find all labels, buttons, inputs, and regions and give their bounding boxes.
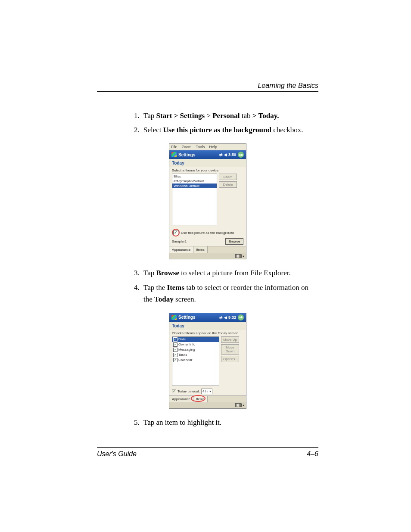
items-listbox[interactable]: ✓Date ✓Owner Info ✓Messaging ✓Tasks ✓Cal… [172,336,219,386]
section-title: Learning the Basics [97,82,318,90]
theme-listbox[interactable]: Bliss iPAQCAlphaPortrait Windows Default [172,174,217,225]
page-subhead: Today [169,322,246,330]
status-icons: ⇄ ◀ 9:32 [219,315,236,320]
step-1: 1. Tap Start > Settings > Personal tab >… [134,110,318,121]
list-item[interactable]: ✓Tasks [172,352,219,358]
step-text: Tap Start > Settings > Personal tab > To… [143,112,279,120]
status-icons: ⇄ ◀ 3:50 [219,152,236,157]
keyboard-icon[interactable] [235,254,242,258]
theme-item-selected[interactable]: Windows Default [172,184,217,188]
page-header: Learning the Basics [97,82,318,92]
list-item[interactable]: ✓Messaging [172,347,219,352]
menu-tools[interactable]: Tools [196,145,205,149]
title-text: Settings [178,315,195,320]
item-checkbox[interactable]: ✓ [173,358,177,362]
screenshot-appearance-tab: File Zoom Tools Help Settings ⇄ ◀ 3:50 o… [169,143,246,259]
timeout-label: Today timeout: [177,389,200,393]
list-item[interactable]: ✓Calendar [172,358,219,363]
instruction-list: 3. Tap Browse to select a picture from F… [97,267,318,305]
connectivity-icon: ⇄ [219,315,223,320]
volume-icon: ◀ [224,152,227,157]
tab-items[interactable]: Items [193,396,208,402]
clock-text: 9:32 [228,315,236,320]
page-footer: User's Guide 4–6 [97,447,318,458]
list-item-selected[interactable]: ✓Date [172,337,219,342]
instruction-text: Checked items appear on the Today screen… [172,331,243,335]
tab-items[interactable]: Items [193,246,208,253]
beam-button[interactable]: Beam [219,174,237,180]
ok-button[interactable]: ok [238,314,244,320]
footer-left: User's Guide [97,450,137,458]
step-4: 4. Tap the Items tab to select or reorde… [134,282,318,305]
title-text: Settings [178,152,195,157]
step-text: Tap Browse to select a picture from File… [143,269,291,277]
screenshot-items-tab: Settings ⇄ ◀ 9:32 ok Today Checked items… [169,313,246,409]
item-checkbox[interactable]: ✓ [173,337,177,342]
clock-text: 3:50 [228,152,236,157]
step-number: 4. [134,282,140,293]
step-number: 1. [134,110,140,121]
ok-button[interactable]: ok [238,152,244,158]
timeout-checkbox[interactable]: ✓ [172,389,176,393]
step-number: 2. [134,124,140,136]
step-number: 5. [134,417,140,428]
move-up-button[interactable]: Move Up [221,336,239,343]
theme-item[interactable]: Bliss [172,174,217,179]
step-3: 3. Tap Browse to select a picture from F… [134,267,318,279]
menubar: File Zoom Tools Help [169,144,246,150]
page-subhead: Today [169,159,246,167]
item-checkbox[interactable]: ✓ [173,348,177,352]
highlight-circle: ✓ [172,229,180,236]
delete-button[interactable]: Delete [219,181,237,188]
options-button[interactable]: Options... [221,356,239,362]
instruction-list: 1. Tap Start > Settings > Personal tab >… [97,110,318,136]
menu-zoom[interactable]: Zoom [182,145,192,149]
instruction-list: 5. Tap an item to highlight it. [97,417,318,428]
step-number: 3. [134,267,140,279]
footer-right: 4–6 [307,450,318,458]
list-item[interactable]: ✓Owner Info [172,342,219,347]
menu-help[interactable]: Help [209,145,218,149]
tab-appearance[interactable]: Appearance [169,396,193,402]
start-flag-icon[interactable] [171,315,177,320]
tab-bar: Appearance Items [169,246,246,253]
volume-icon: ◀ [224,315,227,320]
titlebar: Settings ⇄ ◀ 9:32 ok [169,313,246,322]
timeout-select[interactable]: 4 hr ▾ [201,389,212,394]
sip-arrow-icon[interactable]: ▴ [243,403,244,407]
tab-appearance[interactable]: Appearance [169,246,193,253]
connectivity-icon: ⇄ [219,152,223,157]
step-2: 2. Select Use this picture as the backgr… [134,124,318,136]
item-checkbox[interactable]: ✓ [173,353,177,357]
titlebar: Settings ⇄ ◀ 3:50 ok [169,150,246,159]
start-flag-icon[interactable] [171,152,177,157]
move-down-button[interactable]: Move Down [221,344,239,355]
browse-button[interactable]: Browse [225,238,243,245]
tab-bar: Appearance Items [169,395,246,402]
theme-item[interactable]: iPAQCAlphaPortrait [172,179,217,184]
item-checkbox[interactable]: ✓ [173,342,177,347]
step-text: Tap an item to highlight it. [143,418,221,426]
input-panel-bar: ▴ [169,253,246,259]
sip-arrow-icon[interactable]: ▴ [243,254,244,258]
menu-file[interactable]: File [171,145,177,149]
use-picture-checkbox[interactable]: ✓ [173,230,178,235]
step-text: Select Use this picture as the backgroun… [143,126,303,134]
instruction-text: Select a theme for your device: [172,168,243,172]
keyboard-icon[interactable] [235,403,242,407]
chevron-down-icon: ▾ [209,389,211,393]
use-picture-label: Use this picture as the background [181,231,234,235]
step-text: Tap the Items tab to select or reorder t… [143,283,308,303]
step-5: 5. Tap an item to highlight it. [134,417,318,428]
sample-filename: Sampler1 [172,240,187,243]
input-panel-bar: ▴ [169,402,246,408]
